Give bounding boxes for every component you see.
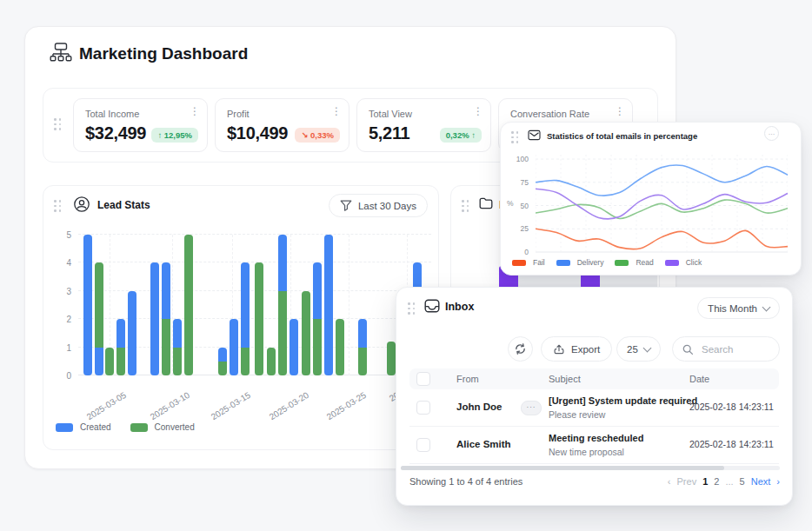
- column-header-subject: Subject: [549, 374, 581, 384]
- period-dropdown[interactable]: This Month: [697, 297, 780, 319]
- table-row[interactable]: Alice SmithMeeting rescheduledNew time p…: [409, 427, 779, 464]
- drag-handle[interactable]: [54, 200, 62, 212]
- row-checkbox[interactable]: [416, 401, 430, 415]
- funnel-icon: [340, 200, 352, 211]
- cell-date: 2025-02-18 14:23:11: [689, 402, 774, 412]
- filter-label: Last 30 Days: [358, 201, 416, 211]
- bar-segment-converted: [116, 348, 125, 375]
- export-label: Export: [571, 344, 600, 355]
- stat-value: $32,499: [85, 123, 146, 143]
- legend-label: Fail: [533, 258, 545, 267]
- x-tick-label: 2025-03-25: [311, 390, 368, 430]
- bar-segment-converted: [267, 348, 276, 375]
- lead-chart-x-axis: 2025-03-052025-03-102025-03-152025-03-20…: [78, 382, 431, 412]
- legend-item-created[interactable]: Created: [56, 422, 111, 432]
- bar-segment-created: [173, 319, 182, 347]
- --control[interactable]: ›: [776, 476, 780, 487]
- email-line-chart: [536, 153, 788, 256]
- email-chart-legend: FailDeliveryReadClick: [512, 258, 702, 267]
- kebab-menu-icon[interactable]: ⋮: [615, 105, 625, 117]
- filter-button[interactable]: Last 30 Days: [329, 194, 428, 217]
- table-row[interactable]: John Doe···[Urgent] System update requir…: [409, 389, 779, 427]
- drag-handle[interactable]: [54, 118, 62, 130]
- y-tick-label: 50: [521, 202, 529, 210]
- legend-item-read[interactable]: Read: [615, 258, 653, 267]
- bar-segment-created: [116, 319, 125, 347]
- legend-label: Delivery: [577, 258, 604, 267]
- bar-segment-created: [95, 348, 103, 375]
- inbox-card: Inbox This Month Export: [396, 287, 793, 506]
- drag-handle[interactable]: [462, 200, 469, 212]
- legend-item-click[interactable]: Click: [665, 258, 702, 267]
- bar-segment-created: [278, 235, 287, 291]
- bar-segment-created: [128, 291, 136, 375]
- legend-item-fail[interactable]: Fail: [512, 258, 545, 267]
- next-control[interactable]: Next: [751, 476, 771, 487]
- kebab-menu-icon[interactable]: ⋮: [331, 105, 342, 117]
- chart-title: Statistics of total emails in percentage: [547, 131, 697, 141]
- --control[interactable]: ‹: [668, 476, 671, 487]
- lead-chart-y-axis: 012345: [56, 235, 71, 375]
- legend-label: Converted: [155, 422, 195, 432]
- scrollbar-thumb[interactable]: [401, 466, 724, 470]
- page-current[interactable]: 1: [702, 476, 708, 487]
- y-tick-label: 0: [66, 371, 71, 381]
- bar-segment-converted: [278, 291, 287, 375]
- drag-handle[interactable]: [511, 131, 519, 143]
- kebab-menu-icon[interactable]: ⋮: [473, 105, 483, 117]
- bar-segment-created: [230, 319, 238, 375]
- screen: Marketing Dashboard Total Income⋮$32,499…: [0, 0, 812, 531]
- bar-segment-converted: [162, 319, 170, 375]
- legend-swatch: [130, 423, 148, 432]
- search-field[interactable]: [672, 336, 780, 362]
- ellipsis-menu-button[interactable]: …: [764, 126, 779, 141]
- bar-segment-converted: [336, 319, 344, 375]
- select-all-checkbox[interactable]: [416, 372, 430, 386]
- trend-badge: ↘ 0,33%: [295, 128, 340, 143]
- bar-segment-converted: [173, 348, 182, 375]
- stat-label: Profit: [227, 109, 250, 119]
- bar-segment-created: [162, 262, 170, 319]
- lead-chart-plot: [78, 235, 431, 375]
- bar-segment-converted: [105, 348, 114, 375]
- email-chart-plot: [536, 153, 788, 256]
- chevron-down-icon: [762, 302, 771, 311]
- refresh-button[interactable]: [508, 336, 533, 362]
- cell-subject: Meeting rescheduled: [549, 433, 643, 443]
- page-title: Marketing Dashboard: [79, 42, 248, 66]
- horizontal-scrollbar: [401, 466, 780, 470]
- row-actions-menu[interactable]: ···: [521, 401, 542, 415]
- legend-item-delivery[interactable]: Delivery: [556, 258, 604, 267]
- envelope-icon: [528, 129, 541, 141]
- legend-item-converted[interactable]: Converted: [130, 422, 195, 432]
- bar-segment-created: [290, 319, 298, 375]
- chevron-down-icon: [642, 343, 651, 352]
- y-tick-label: 4: [66, 258, 71, 268]
- export-button[interactable]: Export: [541, 336, 612, 362]
- row-checkbox[interactable]: [416, 438, 430, 452]
- kebab-menu-icon[interactable]: ⋮: [190, 105, 200, 117]
- cell-preview: Please review: [549, 409, 605, 420]
- cell-from: John Doe: [456, 402, 502, 412]
- drag-handle[interactable]: [408, 302, 416, 315]
- page-size-dropdown[interactable]: 25: [616, 336, 661, 362]
- trend-badge: ↑ 12,95%: [151, 128, 198, 143]
- search-input[interactable]: [700, 343, 773, 355]
- page-2[interactable]: 2: [714, 476, 719, 487]
- stat-label: Conversation Rate: [510, 109, 589, 119]
- prev-control[interactable]: Prev: [677, 476, 697, 487]
- bar-segment-converted: [255, 262, 263, 375]
- bar-segment-converted: [184, 235, 193, 375]
- search-icon: [682, 343, 694, 355]
- legend-swatch: [56, 423, 73, 432]
- legend-swatch: [615, 260, 629, 266]
- stat-card-total-view: Total View⋮5,2110,32% ↑: [356, 98, 491, 152]
- x-tick-label: 2025-03-20: [254, 390, 310, 430]
- cell-from: Alice Smith: [456, 439, 511, 449]
- gridline: [78, 234, 431, 235]
- pagination: ‹Prev12...5Next›: [668, 476, 780, 487]
- trend-badge: 0,32% ↑: [440, 128, 482, 143]
- bar-segment-converted: [313, 319, 322, 375]
- page-5[interactable]: 5: [740, 476, 745, 487]
- period-label: This Month: [708, 303, 757, 314]
